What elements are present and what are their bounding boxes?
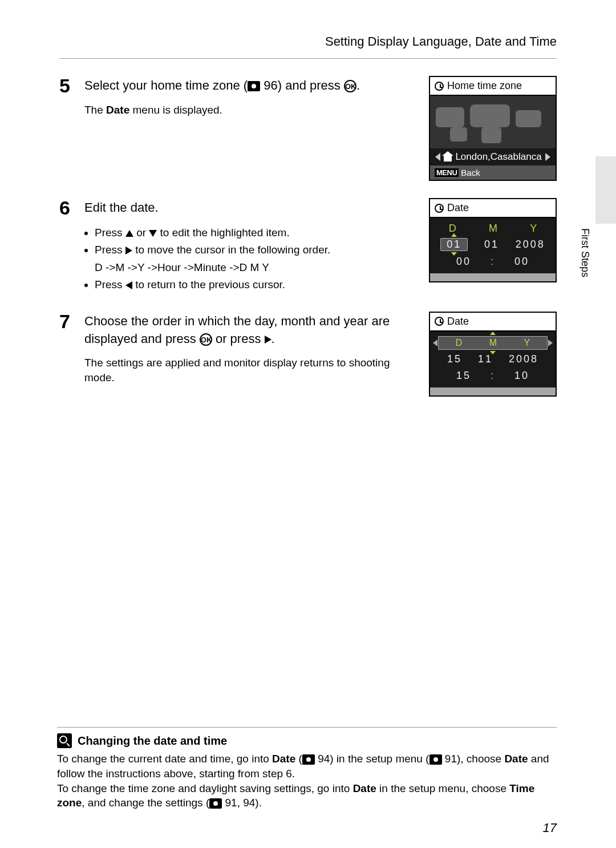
reference-icon — [248, 81, 260, 91]
t: to edit the highlighted item. — [157, 227, 289, 239]
lcd-title: Home time zone — [447, 80, 522, 92]
step-title: Edit the date. — [84, 199, 418, 217]
note-p2: To change the time zone and daylight sav… — [57, 781, 557, 810]
t: in the setup menu, choose — [376, 782, 509, 794]
step-6: 6 Edit the date. Press or to edit the hi… — [59, 198, 557, 294]
world-map — [430, 96, 556, 148]
step7-title-c: . — [271, 332, 275, 346]
step5-desc-a: The — [84, 104, 106, 116]
dmy-order-pill: D M Y — [438, 336, 548, 350]
bullet-1: Press or to edit the highlighted item. — [95, 225, 418, 241]
step-number: 6 — [59, 198, 84, 217]
t: Press — [95, 278, 125, 290]
lcd-titlebar: Date — [430, 199, 556, 218]
dmy-d: D — [449, 223, 456, 235]
lcd-titlebar: Date — [430, 313, 556, 332]
page-number: 17 — [543, 821, 557, 835]
header-rule — [59, 58, 557, 59]
manual-page: Setting Display Language, Date and Time … — [0, 0, 616, 848]
down-arrow-icon — [149, 230, 157, 237]
side-section-label: First Steps — [579, 228, 591, 277]
lcd-date-grid: D M Y 15 11 2008 15 : 10 — [430, 332, 556, 387]
left-arrow-icon — [125, 281, 132, 289]
chevron-left-icon — [433, 340, 437, 346]
dmy-y: Y — [524, 338, 530, 348]
t: 94) in the setup menu ( — [315, 753, 429, 765]
t: to return to the previous cursor. — [132, 278, 285, 290]
step-title: Choose the order in which the day, month… — [84, 313, 418, 348]
step-body: Edit the date. Press or to edit the high… — [84, 198, 429, 294]
lcd-footer — [430, 387, 556, 395]
colon: : — [491, 370, 495, 382]
t: Press — [95, 244, 125, 256]
step5-title-end: . — [356, 78, 360, 92]
clock-icon — [435, 204, 444, 213]
t: Date — [272, 753, 295, 765]
step6-bullets: Press or to edit the highlighted item. P… — [84, 225, 418, 293]
note-title-row: Changing the date and time — [57, 733, 557, 748]
bullet-2: Press to move the cursor in the followin… — [95, 242, 418, 276]
lcd-title: Date — [447, 316, 469, 328]
page-header-title: Setting Display Language, Date and Time — [59, 34, 557, 49]
t: Press — [95, 227, 125, 239]
note-rule — [57, 727, 557, 728]
val-y: 2008 — [516, 239, 545, 251]
step5-title-a: Select your home time zone ( — [84, 78, 248, 92]
t: , and change the settings ( — [82, 797, 209, 809]
val-mm: 10 — [514, 370, 529, 382]
step-number: 7 — [59, 312, 84, 331]
val-m: 11 — [478, 353, 493, 365]
menu-badge-icon: MENU — [435, 168, 459, 177]
lcd-back-text: Back — [461, 168, 480, 177]
lcd-footer — [430, 273, 556, 281]
colon: : — [491, 256, 495, 268]
val-hh: 15 — [456, 370, 471, 382]
val-d: 15 — [447, 353, 462, 365]
lcd-date-edit: Date D M Y 01 01 2008 00 : — [429, 198, 557, 282]
step5-desc-b: menu is displayed. — [129, 104, 222, 116]
val-y: 2008 — [509, 353, 538, 365]
lcd-location-row: London,Casablanca — [430, 148, 556, 165]
bullet-3: Press to return to the previous cursor. — [95, 277, 418, 293]
step-7: 7 Choose the order in which the day, mon… — [59, 312, 557, 397]
t: Date — [504, 753, 528, 765]
step-5: 5 Select your home time zone ( 96) and p… — [59, 76, 557, 181]
note-changing-date-time: Changing the date and time To change the… — [57, 727, 557, 810]
ok-button-icon: OK — [344, 80, 356, 92]
chevron-left-icon — [435, 153, 440, 161]
reference-icon — [302, 754, 315, 765]
step5-desc-date: Date — [106, 104, 129, 116]
reference-icon — [209, 798, 222, 809]
t: Date — [353, 782, 376, 794]
lcd-date-order: Date D M Y 15 11 2008 — [429, 312, 557, 397]
dmy-m: M — [489, 338, 497, 348]
right-arrow-icon — [265, 336, 271, 344]
clock-icon — [435, 317, 444, 326]
chevron-right-icon — [545, 153, 550, 161]
home-icon — [444, 156, 452, 161]
lcd-titlebar: Home time zone — [430, 77, 556, 96]
lcd-home-time-zone: Home time zone London,Casablanca MENU — [429, 76, 557, 181]
note-title: Changing the date and time — [78, 734, 227, 748]
t: ( — [295, 753, 302, 765]
step-title: Select your home time zone ( 96) and pre… — [84, 77, 418, 95]
bullet-2-sub: D ->M ->Y ->Hour ->Minute ->D M Y — [95, 260, 418, 276]
reference-icon — [429, 754, 442, 765]
t: To change the time zone and daylight sav… — [57, 782, 353, 794]
lcd-location: London,Casablanca — [455, 151, 541, 163]
up-arrow-icon — [125, 230, 133, 237]
t: or — [133, 227, 149, 239]
t: 91, 94). — [222, 797, 262, 809]
step-body: Select your home time zone ( 96) and pre… — [84, 76, 429, 117]
step-desc: The Date menu is displayed. — [84, 103, 418, 118]
t: 91), choose — [442, 753, 505, 765]
dmy-d: D — [456, 338, 463, 348]
val-mm: 00 — [514, 256, 529, 268]
lcd-date-grid: D M Y 01 01 2008 00 : 00 — [430, 218, 556, 273]
side-thumb-tab — [595, 156, 616, 224]
step-number: 5 — [59, 76, 84, 95]
val-hh: 00 — [456, 256, 471, 268]
lcd-back-row: MENU Back — [430, 165, 556, 180]
step-body: Choose the order in which the day, month… — [84, 312, 429, 385]
t: To change the current date and time, go … — [57, 753, 272, 765]
